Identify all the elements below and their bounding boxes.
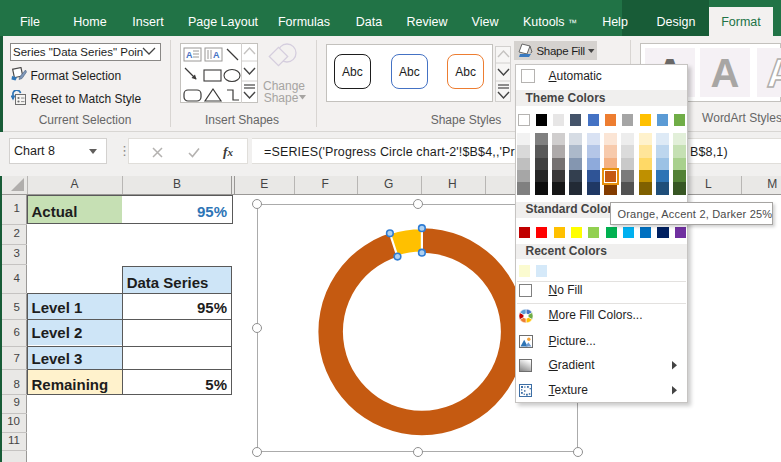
svg-text:A: A xyxy=(186,50,193,60)
svg-text:A: A xyxy=(213,50,220,60)
